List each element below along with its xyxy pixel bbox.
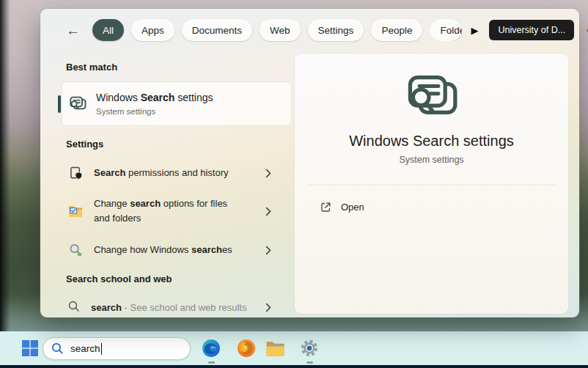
windows-logo-icon — [21, 339, 39, 357]
result-web-search[interactable]: search - See school and web results — [68, 301, 271, 315]
magnifier-icon — [68, 301, 80, 315]
web-section-header: Search school and web — [66, 273, 291, 284]
chevron-right-icon — [265, 207, 271, 216]
best-match-subtitle: System settings — [96, 107, 213, 116]
preview-divider — [306, 185, 556, 185]
folder-options-icon — [68, 205, 83, 218]
preview-subtitle: System settings — [295, 155, 568, 165]
search-settings-icon-large — [405, 74, 459, 122]
settings-section-header: Settings — [66, 139, 291, 150]
filter-settings[interactable]: Settings — [308, 19, 364, 41]
best-match-text: Windows Search settings System settings — [96, 92, 213, 116]
filter-web[interactable]: Web — [260, 19, 301, 41]
selection-indicator — [58, 95, 61, 113]
filter-folders-clipped: Folders — [430, 19, 462, 41]
filter-documents[interactable]: Documents — [182, 19, 252, 41]
result-change-how-windows-searches[interactable]: Change how Windows searches — [68, 243, 271, 257]
open-action[interactable]: Open — [320, 196, 556, 217]
settings-running-indicator — [306, 361, 313, 364]
result-label: search - See school and web results — [91, 301, 246, 315]
search-results-area: Best match Windows Search settings Syste… — [40, 51, 579, 317]
settings-gear-icon[interactable] — [299, 338, 320, 358]
windows-search-icon — [68, 243, 83, 257]
search-settings-icon — [69, 96, 87, 112]
result-label: Search permissions and history — [94, 166, 229, 180]
taskbar: search — [0, 331, 588, 365]
best-match-title: Windows Search settings — [96, 92, 213, 105]
filter-all[interactable]: All — [92, 19, 124, 41]
more-filters-icon[interactable]: ▶ — [471, 26, 478, 35]
search-flyout-panel: ← All Apps Documents Web Settings People… — [40, 9, 579, 317]
preview-title: Windows Search settings — [295, 133, 568, 150]
result-preview-card: Windows Search settings System settings … — [295, 54, 568, 314]
taskbar-search-input[interactable]: search — [43, 337, 191, 360]
filter-apps[interactable]: Apps — [131, 19, 174, 41]
result-search-permissions[interactable]: Search permissions and history — [68, 166, 271, 180]
wallpaper-edge-shade — [0, 0, 10, 368]
chevron-right-icon — [265, 246, 271, 255]
best-match-header: Best match — [66, 62, 291, 73]
firefox-browser-icon[interactable] — [236, 338, 257, 358]
open-label: Open — [341, 202, 364, 213]
external-link-icon — [320, 202, 331, 213]
result-label: Change how Windows searches — [94, 243, 232, 257]
preview-icon-wrap — [295, 74, 568, 122]
file-explorer-icon[interactable] — [265, 338, 285, 358]
edge-browser-icon[interactable] — [201, 338, 221, 358]
search-icon — [51, 342, 64, 355]
organization-button[interactable]: University of D... — [489, 20, 574, 40]
start-button[interactable] — [21, 339, 39, 357]
filter-people[interactable]: People — [371, 19, 422, 41]
results-column: Best match Windows Search settings Syste… — [55, 51, 291, 315]
search-filter-bar: ← All Apps Documents Web Settings People… — [40, 9, 579, 51]
back-arrow-icon[interactable]: ← — [66, 23, 80, 37]
result-search-options-files[interactable]: Change search options for files and fold… — [68, 196, 271, 226]
taskbar-search-value: search — [70, 343, 100, 354]
screen-bottom-edge — [0, 365, 588, 368]
text-caret — [101, 343, 103, 355]
result-label: Change search options for files and fold… — [94, 196, 238, 226]
filter-pills: All Apps Documents Web Settings People F… — [92, 19, 462, 41]
edge-running-indicator — [208, 361, 215, 364]
best-match-result[interactable]: Windows Search settings System settings — [62, 82, 291, 125]
chevron-right-icon — [265, 303, 271, 312]
permissions-shield-icon — [68, 166, 83, 180]
filter-folders[interactable]: Folders — [430, 19, 462, 41]
chevron-right-icon — [265, 169, 271, 178]
